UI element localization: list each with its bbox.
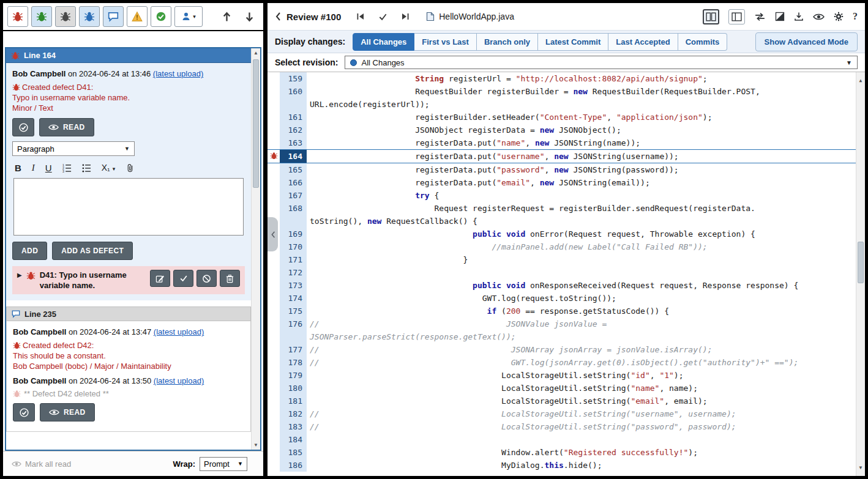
code-row-168[interactable]: 168 Request registerRequest = registerBu…	[268, 202, 856, 228]
line-number[interactable]: 159	[280, 72, 307, 85]
last-diff-button[interactable]	[401, 12, 410, 21]
line-number[interactable]: 182	[280, 407, 307, 420]
line-number[interactable]: 172	[280, 266, 307, 279]
file-tab[interactable]: HelloWorldApp.java	[426, 12, 514, 21]
attach-file-button[interactable]	[125, 162, 135, 173]
thread-header-line-235[interactable]: Line 235	[6, 306, 251, 321]
mark-all-read-button[interactable]: Mark all read	[12, 459, 71, 469]
mark-reviewed-check-button[interactable]	[378, 12, 387, 21]
delete-defect-button[interactable]	[220, 270, 240, 287]
scrollbar-thumb[interactable]	[858, 242, 864, 283]
contrast-button[interactable]	[775, 12, 785, 21]
code-row-181[interactable]: 181 LocalStorageUtil.setString("email", …	[268, 395, 856, 407]
filter-by-user-button[interactable]: ▾	[174, 6, 203, 27]
code-row-161[interactable]: 161 registerBuilder.setHeader("Content-T…	[268, 111, 856, 124]
bold-button[interactable]: B	[15, 163, 21, 173]
edit-defect-button[interactable]	[150, 270, 170, 287]
code-row-159[interactable]: 159 String registerUrl = "http://localho…	[268, 72, 856, 85]
line-number[interactable]: 165	[280, 163, 307, 176]
code-row-160[interactable]: 160 RequestBuilder registerBuilder = new…	[268, 85, 856, 111]
line-number[interactable]: 160	[280, 85, 307, 111]
latest-upload-link[interactable]: (latest upload)	[154, 327, 204, 336]
code-row-185[interactable]: 185 Window.alert("Registered successfull…	[268, 446, 856, 459]
line-defect-bug-icon[interactable]	[268, 150, 280, 163]
underline-button[interactable]: U	[45, 163, 52, 173]
code-row-184[interactable]: 184	[268, 433, 856, 446]
code-row-172[interactable]: 172	[268, 266, 856, 279]
code-row-162[interactable]: 162 JSONObject registerData = new JSONOb…	[268, 124, 856, 136]
comment-thread-line-235[interactable]: Line 235 Bob Campbell on 2024-06-24 at 1…	[6, 306, 251, 432]
unified-view-button[interactable]	[728, 9, 745, 24]
show-advanced-mode-button[interactable]: Show Advanced Mode	[755, 32, 858, 51]
line-number[interactable]: 170	[280, 240, 307, 253]
scroll-down-arrow-icon[interactable]: ▼	[252, 442, 260, 448]
subscript-button[interactable]: X₁ ▾	[102, 163, 115, 173]
line-number[interactable]: 178	[280, 356, 307, 369]
filter-rework-defects-button[interactable]	[79, 6, 100, 27]
add-comment-button[interactable]: ADD	[12, 242, 47, 260]
comments-scrollbar[interactable]: ▲ ▼	[251, 48, 260, 450]
code-row-169[interactable]: 169 public void onError(Request request,…	[268, 228, 856, 240]
settings-gear-button[interactable]	[834, 12, 844, 21]
line-number[interactable]: 177	[280, 343, 307, 356]
reject-defect-button[interactable]	[196, 270, 217, 287]
filter-comments-button[interactable]	[103, 6, 124, 27]
code-row-170[interactable]: 170 //mainPanel.add(new Label("Call Fail…	[268, 240, 856, 253]
filter-open-defects-button[interactable]	[7, 6, 28, 27]
line-number[interactable]: 176	[280, 317, 307, 343]
next-item-button[interactable]	[239, 6, 259, 28]
tab-last-accepted[interactable]: Last Accepted	[608, 33, 678, 51]
italic-button[interactable]: I	[32, 163, 35, 173]
line-number[interactable]: 168	[280, 202, 307, 228]
latest-upload-link[interactable]: (latest upload)	[153, 69, 203, 78]
back-button[interactable]	[275, 12, 281, 21]
line-number[interactable]: 181	[280, 395, 307, 407]
code-row-186[interactable]: 186 MyDialog.this.hide();	[268, 459, 856, 472]
mark-read-button[interactable]: READ	[39, 118, 94, 136]
code-row-166[interactable]: 166 registerData.put("email", new JSONSt…	[268, 176, 856, 189]
tab-commits[interactable]: Commits	[678, 33, 728, 51]
filter-closed-defects-button[interactable]	[55, 6, 76, 27]
collapse-panel-handle[interactable]	[268, 217, 278, 251]
scroll-up-arrow-icon[interactable]: ▲	[252, 50, 260, 56]
line-number[interactable]: 167	[280, 189, 307, 202]
thread-header-line-164[interactable]: Line 164	[6, 48, 251, 63]
scrollbar-thumb[interactable]	[253, 59, 259, 188]
code-row-173[interactable]: 173 public void onResponseReceived(Reque…	[268, 279, 856, 292]
code-row-179[interactable]: 179 LocalStorageUtil.setString("id", "1"…	[268, 369, 856, 382]
line-number[interactable]: 186	[280, 459, 307, 472]
fix-defect-button[interactable]	[173, 270, 193, 287]
line-number[interactable]: 171	[280, 253, 307, 266]
comment-thread-line-164[interactable]: Line 164 Bob Campbell on 2024-06-24 at 1…	[6, 48, 251, 300]
defect-chip-d41[interactable]: ▶ D41: Typo in username variable name.	[12, 266, 245, 294]
code-row-178[interactable]: 178// GWT.log(jsonArray.get(0).isObject(…	[268, 356, 856, 369]
latest-upload-link[interactable]: (latest upload)	[154, 376, 204, 385]
code-row-177[interactable]: 177// JSONArray jsonArray = jsonValue.is…	[268, 343, 856, 356]
comment-input[interactable]	[13, 178, 244, 236]
swap-sides-button[interactable]	[754, 12, 766, 21]
line-number[interactable]: 174	[280, 292, 307, 305]
code-row-167[interactable]: 167 try {	[268, 189, 856, 202]
download-button[interactable]	[794, 12, 804, 21]
code-scrollbar[interactable]: ▲ ▼	[856, 72, 865, 476]
tab-all-changes[interactable]: All Changes	[353, 33, 414, 51]
code-row-163[interactable]: 163 registerData.put("name", new JSONStr…	[268, 136, 856, 149]
line-number[interactable]: 163	[280, 136, 307, 149]
scroll-down-arrow-icon[interactable]: ▼	[856, 461, 865, 474]
revision-select[interactable]: All Changes ▼	[345, 56, 858, 69]
add-as-defect-button[interactable]: ADD AS DEFECT	[52, 242, 133, 260]
previous-item-button[interactable]	[217, 6, 236, 28]
code-row-164[interactable]: 164 registerData.put("username", new JSO…	[268, 149, 856, 163]
tab-branch-only[interactable]: Branch only	[477, 33, 538, 51]
bullet-list-button[interactable]	[82, 162, 91, 173]
line-number[interactable]: 169	[280, 228, 307, 240]
split-view-button[interactable]	[703, 9, 719, 24]
scroll-up-arrow-icon[interactable]: ▲	[856, 74, 865, 87]
code-row-175[interactable]: 175 if (200 == response.getStatusCode())…	[268, 305, 856, 317]
mark-read-button[interactable]: READ	[40, 403, 95, 421]
code-row-180[interactable]: 180 LocalStorageUtil.setString("name", n…	[268, 382, 856, 395]
filter-accepted-button[interactable]	[151, 6, 171, 27]
ordered-list-button[interactable]	[62, 162, 72, 173]
code-row-174[interactable]: 174 GWT.log(request.toString());	[268, 292, 856, 305]
accept-comment-button[interactable]	[13, 403, 35, 421]
